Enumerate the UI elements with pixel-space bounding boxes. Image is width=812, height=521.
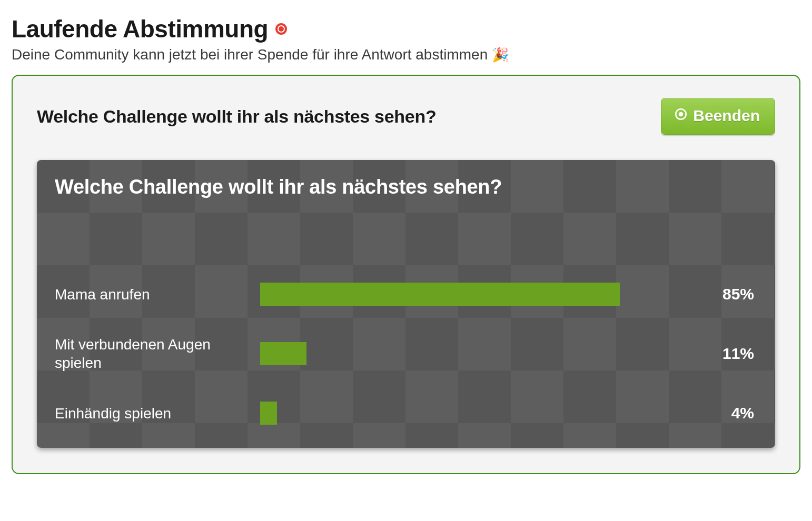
svg-point-1 — [679, 112, 684, 117]
poll-bar-fill — [260, 342, 306, 365]
poll-option-percent: 11% — [689, 345, 757, 363]
poll-result-row: Mit verbundenen Augen spielen11% — [55, 335, 757, 372]
poll-result-question: Welche Challenge wollt ihr als nächstes … — [55, 176, 757, 198]
page-title: Laufende Abstimmung — [12, 15, 800, 43]
poll-bar-fill — [260, 402, 277, 425]
poll-option-label: Mit verbundenen Augen spielen — [55, 335, 255, 372]
poll-result-card: Welche Challenge wollt ihr als nächstes … — [37, 160, 775, 448]
poll-result-rows: Mama anrufen85%Mit verbundenen Augen spi… — [55, 283, 757, 425]
poll-bar-fill — [260, 283, 620, 306]
end-poll-button-label: Beenden — [693, 107, 760, 125]
live-indicator-icon — [275, 23, 287, 35]
page-subtitle-text: Deine Community kann jetzt bei ihrer Spe… — [12, 46, 488, 63]
poll-panel-header: Welche Challenge wollt ihr als nächstes … — [37, 98, 775, 135]
poll-option-percent: 85% — [689, 285, 757, 303]
poll-option-percent: 4% — [689, 404, 757, 422]
end-poll-button[interactable]: Beenden — [661, 98, 775, 135]
poll-bar-track — [260, 402, 684, 425]
page-title-text: Laufende Abstimmung — [12, 15, 268, 43]
poll-panel: Welche Challenge wollt ihr als nächstes … — [12, 75, 800, 474]
poll-option-label: Einhändig spielen — [55, 404, 255, 423]
page-subtitle: Deine Community kann jetzt bei ihrer Spe… — [12, 46, 800, 63]
poll-question: Welche Challenge wollt ihr als nächstes … — [37, 106, 436, 127]
poll-result-row: Einhändig spielen4% — [55, 402, 757, 425]
poll-option-label: Mama anrufen — [55, 285, 255, 304]
target-icon — [674, 107, 688, 125]
poll-bar-track — [260, 283, 684, 306]
poll-bar-track — [260, 342, 684, 365]
party-emoji-icon: 🎉 — [492, 47, 509, 63]
poll-result-row: Mama anrufen85% — [55, 283, 757, 306]
